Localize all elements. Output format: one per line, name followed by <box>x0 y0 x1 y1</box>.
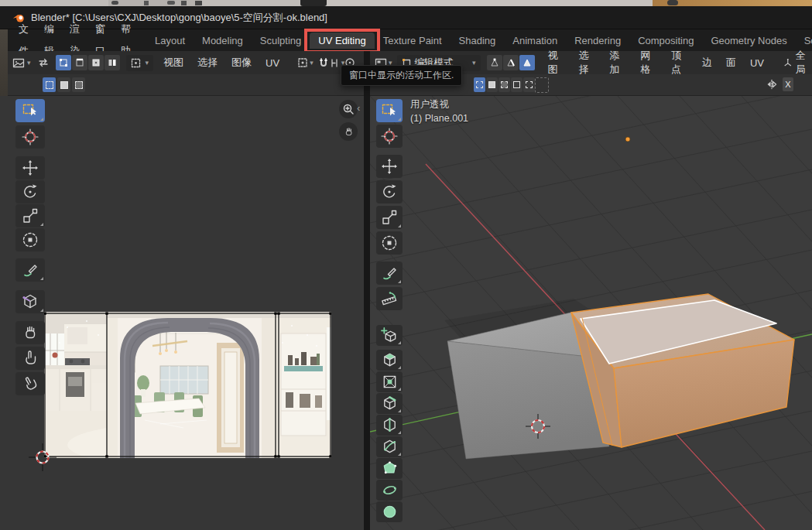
v3d-menu-select[interactable]: 选择 <box>571 49 602 77</box>
v3d-menu-vertex[interactable]: 顶点 <box>664 49 695 77</box>
editor-type-dropdown[interactable]: ▾ <box>12 57 31 69</box>
tool-pinch[interactable] <box>15 372 45 395</box>
tab-geometry-nodes[interactable]: Geometry Nodes <box>702 32 795 49</box>
tab-compositing[interactable]: Compositing <box>629 32 702 49</box>
editor-divider[interactable] <box>364 51 370 530</box>
mirror-x-toggle[interactable]: X <box>783 77 793 91</box>
sticky-selection-dropdown[interactable]: ▾ <box>126 55 154 71</box>
uv-select-mode-vertex[interactable] <box>56 55 71 70</box>
face-select-icon <box>91 58 101 67</box>
box-extend-icon <box>488 81 495 88</box>
uv-menu-uv[interactable]: UV <box>259 57 286 69</box>
bevel-icon <box>381 395 399 412</box>
uv-menu-view[interactable]: 视图 <box>156 56 190 70</box>
uv-2d-cursor[interactable] <box>27 442 58 473</box>
select-op-intersect[interactable] <box>523 77 535 92</box>
tool-knife[interactable] <box>376 436 403 457</box>
tool-spin[interactable] <box>376 480 403 501</box>
uv-editor-viewport[interactable]: ‹ <box>0 96 364 530</box>
background-window-icons <box>108 0 201 6</box>
region-collapse-chevron[interactable]: ‹ <box>357 102 360 114</box>
tab-uv-editing[interactable]: UV Editing <box>310 32 374 49</box>
select-op-invert[interactable] <box>511 77 522 92</box>
v3d-menu-edge[interactable]: 边 <box>695 56 719 70</box>
select-op-new[interactable] <box>43 77 56 92</box>
uv-menu-image[interactable]: 图像 <box>224 56 259 70</box>
uv-select-mode-island[interactable] <box>104 55 120 70</box>
tool-rotate[interactable] <box>15 180 45 203</box>
background-window-strip <box>327 0 653 6</box>
tool-add-cube[interactable] <box>376 325 403 346</box>
uv-menu-select[interactable]: 选择 <box>190 56 224 70</box>
box-new-icon <box>476 81 483 88</box>
measure-icon <box>380 289 399 308</box>
tool-measure[interactable] <box>376 287 403 310</box>
viewport-3d[interactable]: 用户透视 (1) Plane.001 <box>370 96 812 530</box>
mesh-select-mode-edge[interactable] <box>503 55 519 70</box>
tool-extra-toggle[interactable] <box>535 77 549 93</box>
tool-rip-region[interactable] <box>15 290 45 313</box>
select-op-extend[interactable] <box>486 77 498 92</box>
tool-relax[interactable] <box>15 347 45 370</box>
tool-box-select[interactable] <box>15 99 45 122</box>
tool-cursor-2d[interactable] <box>15 125 45 149</box>
tab-modeling[interactable]: Modeling <box>194 32 252 49</box>
tab-shading[interactable]: Shading <box>451 32 505 49</box>
tool-loop-cut[interactable] <box>376 415 403 436</box>
mesh-select-mode-face[interactable] <box>519 55 535 70</box>
chevron-down-icon: ▾ <box>472 59 476 67</box>
uv-select-mode-edge[interactable] <box>72 55 87 70</box>
tool-scale[interactable] <box>15 204 45 227</box>
select-op-subtract[interactable] <box>499 77 510 92</box>
uv-image-panorama[interactable] <box>44 312 331 458</box>
v3d-menu-face[interactable]: 面 <box>719 56 743 70</box>
v3d-menu-uv[interactable]: UV <box>743 57 771 69</box>
loop-cut-icon <box>381 416 399 434</box>
tab-script[interactable]: Script <box>796 32 812 49</box>
tool-annotate[interactable] <box>15 258 45 282</box>
tooltip-text: 窗口中显示的活动工作区. <box>349 70 454 80</box>
tool-inset-faces[interactable] <box>376 371 403 392</box>
smooth-icon <box>381 503 399 521</box>
tool-rotate[interactable] <box>376 180 403 203</box>
mesh-select-mode-vertex[interactable] <box>487 55 502 70</box>
tab-animation[interactable]: Animation <box>504 32 566 49</box>
tool-extrude-region[interactable] <box>376 350 403 371</box>
tool-smooth[interactable] <box>376 501 403 522</box>
v3d-menu-add[interactable]: 添加 <box>602 49 633 77</box>
tab-layout[interactable]: Layout <box>146 32 194 49</box>
background-wood-strip <box>653 0 812 6</box>
tool-move[interactable] <box>376 155 403 178</box>
tool-cursor-3d[interactable] <box>376 125 403 148</box>
uv-sync-selection-toggle[interactable] <box>37 57 50 68</box>
tab-rendering[interactable]: Rendering <box>566 32 629 49</box>
tool-poly-build[interactable] <box>376 458 403 479</box>
tool-scale[interactable] <box>376 206 403 229</box>
tool-bevel[interactable] <box>376 393 403 414</box>
uv-select-mode-face[interactable] <box>88 55 104 70</box>
tool-annotate[interactable] <box>376 262 403 285</box>
select-op-subtract[interactable] <box>72 77 85 92</box>
snap-toggle[interactable] <box>318 57 329 68</box>
transform-icon <box>21 231 39 249</box>
select-op-extend[interactable] <box>57 77 70 92</box>
box-intersect-icon <box>526 81 533 88</box>
tab-sculpting[interactable]: Sculpting <box>252 32 310 49</box>
tool-transform[interactable] <box>376 231 403 255</box>
tab-texture-paint[interactable]: Texture Paint <box>375 32 451 49</box>
sticky-selection-icon <box>131 58 141 68</box>
rotate-icon <box>380 183 399 201</box>
blender-window: Blender* [C:\Users\CXJ\Desktop\gong\baoy… <box>0 0 812 530</box>
tool-grab[interactable] <box>15 321 45 344</box>
zoom-gizmo-button[interactable] <box>339 100 358 118</box>
pivot-point-dropdown[interactable]: ▾ <box>297 57 313 68</box>
pan-gizmo-button[interactable] <box>339 122 358 141</box>
tool-box-select[interactable] <box>376 99 403 122</box>
v3d-menu-mesh[interactable]: 网格 <box>633 49 664 77</box>
v3d-menu-view[interactable]: 视图 <box>541 49 572 77</box>
pan-hand-icon <box>343 126 355 138</box>
transform-orientation-dropdown[interactable]: 全局 <box>783 49 812 77</box>
select-op-new[interactable] <box>474 77 485 92</box>
tool-transform[interactable] <box>15 228 45 251</box>
tool-move[interactable] <box>15 156 45 180</box>
